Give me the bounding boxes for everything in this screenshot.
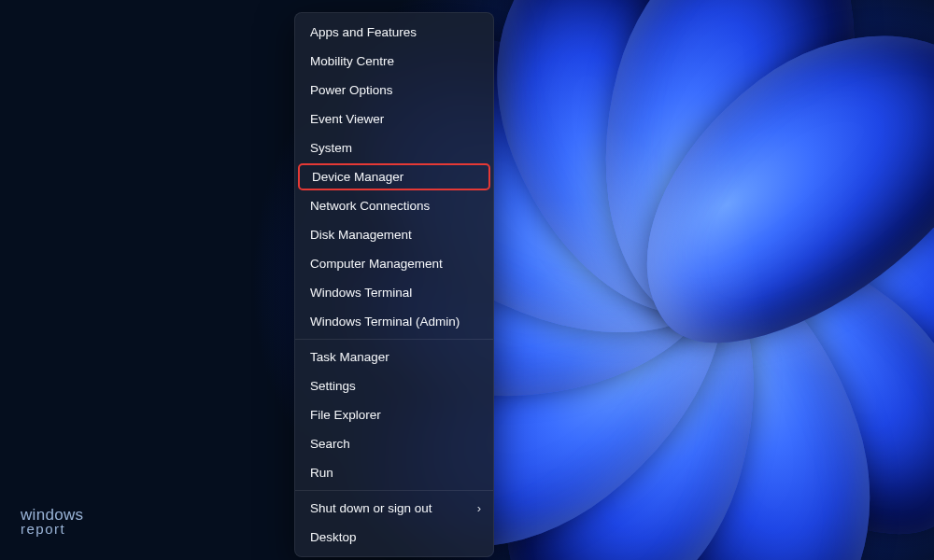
menu-item-windows-terminal[interactable]: Windows Terminal	[295, 278, 493, 307]
menu-item-run[interactable]: Run	[295, 458, 493, 487]
menu-item-label: Device Manager	[312, 170, 403, 184]
watermark-line2: report	[21, 523, 83, 536]
menu-item-label: System	[310, 141, 352, 155]
menu-item-label: Desktop	[310, 530, 357, 544]
menu-item-label: Disk Management	[310, 228, 412, 242]
menu-item-shutdown-signout[interactable]: Shut down or sign out ›	[295, 494, 493, 523]
menu-item-device-manager[interactable]: Device Manager	[298, 163, 490, 190]
menu-item-windows-terminal-admin[interactable]: Windows Terminal (Admin)	[295, 307, 493, 336]
menu-item-event-viewer[interactable]: Event Viewer	[295, 105, 493, 133]
menu-item-label: Event Viewer	[310, 112, 384, 126]
menu-item-label: Computer Management	[310, 257, 443, 271]
menu-item-label: File Explorer	[310, 408, 381, 422]
menu-item-label: Windows Terminal (Admin)	[310, 315, 460, 329]
winx-context-menu: Apps and Features Mobility Centre Power …	[294, 12, 494, 557]
menu-item-power-options[interactable]: Power Options	[295, 76, 493, 105]
menu-item-computer-management[interactable]: Computer Management	[295, 249, 493, 278]
menu-item-label: Shut down or sign out	[310, 501, 432, 515]
menu-item-network-connections[interactable]: Network Connections	[295, 191, 493, 220]
watermark-logo: windows report	[21, 508, 83, 536]
menu-item-label: Power Options	[310, 83, 393, 97]
menu-item-label: Search	[310, 437, 350, 451]
menu-item-label: Run	[310, 466, 333, 480]
menu-item-label: Task Manager	[310, 350, 389, 364]
chevron-right-icon: ›	[477, 501, 481, 515]
menu-item-mobility-centre[interactable]: Mobility Centre	[295, 47, 493, 76]
menu-item-task-manager[interactable]: Task Manager	[295, 343, 493, 371]
menu-item-label: Apps and Features	[310, 25, 417, 39]
menu-item-disk-management[interactable]: Disk Management	[295, 220, 493, 249]
menu-item-system[interactable]: System	[295, 133, 493, 162]
menu-item-label: Mobility Centre	[310, 54, 394, 68]
menu-item-apps-and-features[interactable]: Apps and Features	[295, 18, 493, 47]
menu-item-label: Settings	[310, 379, 356, 393]
menu-item-label: Network Connections	[310, 199, 430, 213]
menu-item-label: Windows Terminal	[310, 286, 412, 300]
menu-separator	[295, 490, 493, 491]
menu-item-settings[interactable]: Settings	[295, 371, 493, 400]
menu-item-desktop[interactable]: Desktop	[295, 523, 493, 552]
menu-item-search[interactable]: Search	[295, 429, 493, 458]
menu-separator	[295, 339, 493, 340]
menu-item-file-explorer[interactable]: File Explorer	[295, 400, 493, 429]
